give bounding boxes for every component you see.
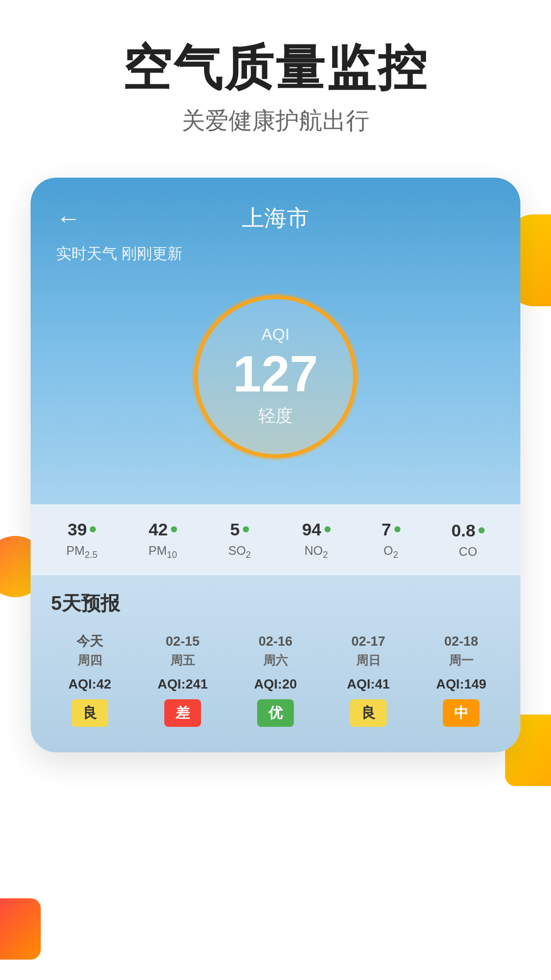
app-subtitle: 关爱健康护航出行 [31,105,520,137]
pollutant-no2-dot [324,526,331,532]
pollutant-so2-value: 5 [230,520,240,540]
forecast-badge-2: 优 [257,699,294,727]
pollutant-so2-dot [243,526,249,532]
forecast-date-1: 02-15周五 [166,632,200,669]
aqi-level: 轻度 [258,404,293,428]
pollutant-so2-name: SO2 [228,544,251,560]
pollutant-o2: 7 O2 [382,520,400,560]
header-section: 空气质量监控 关爱健康护航出行 [0,0,551,157]
aqi-label: AQI [261,325,289,344]
pollutant-pm10-name: PM10 [148,544,177,560]
forecast-grid: 今天周四 AQI:42 良 02-15周五 AQI:241 差 02-16周六 … [46,632,505,727]
pollutant-no2-name: NO2 [305,544,328,560]
pollutant-pm25-name: PM2.5 [66,544,97,560]
forecast-badge-0: 良 [71,699,108,727]
top-bar: ← 上海市 [31,178,520,238]
pollutant-co-name: CO [459,545,477,559]
pollutant-co-dot [479,527,485,533]
forecast-badge-4: 中 [443,699,480,727]
forecast-date-2: 02-16周六 [259,632,293,669]
forecast-aqi-4: AQI:149 [436,676,486,692]
forecast-date-4: 02-18周一 [444,632,479,669]
pollutant-so2: 5 SO2 [228,520,251,560]
pollutant-co-value: 0.8 [452,521,475,541]
forecast-badge-1: 差 [164,699,201,727]
forecast-aqi-3: AQI:41 [347,676,390,692]
forecast-date-3: 02-17周日 [352,632,386,669]
pollutant-pm25-value: 39 [68,520,87,540]
pollutant-co: 0.8 CO [452,521,485,559]
forecast-section: 5天预报 今天周四 AQI:42 良 02-15周五 AQI:241 差 02-… [31,575,520,752]
forecast-aqi-0: AQI:42 [68,676,111,692]
aqi-circle: AQI 127 轻度 [194,295,357,458]
pollutant-pm25: 39 PM2.5 [66,520,97,560]
pollutant-pm25-dot [90,526,96,532]
forecast-aqi-1: AQI:241 [158,676,208,692]
sky-section: ← 上海市 实时天气 刚刚更新 AQI 127 轻度 [31,178,520,504]
aqi-circle-container: AQI 127 轻度 [31,275,520,489]
pollutant-pm10-value: 42 [148,520,168,540]
city-name: 上海市 [242,203,309,233]
forecast-day-4: 02-18周一 AQI:149 中 [417,632,505,727]
pollutant-no2: 94 NO2 [302,520,331,560]
app-title: 空气质量监控 [31,41,520,95]
weather-info: 实时天气 刚刚更新 [31,238,520,275]
pollutant-o2-name: O2 [384,544,398,560]
pollutant-o2-dot [394,526,400,532]
pollutant-o2-value: 7 [382,520,391,540]
deco-rect-red-bottom-left [0,898,41,960]
forecast-day-2: 02-16周六 AQI:20 优 [232,632,319,727]
forecast-badge-3: 良 [350,699,387,727]
forecast-day-0: 今天周四 AQI:42 良 [46,632,134,727]
forecast-date-0: 今天周四 [77,632,103,669]
phone-card: ← 上海市 实时天气 刚刚更新 AQI 127 轻度 39 PM2.5 42 [31,178,520,753]
pollutants-bar: 39 PM2.5 42 PM10 5 SO2 94 NO2 [31,504,520,576]
pollutant-pm10-dot [171,526,177,532]
back-button[interactable]: ← [56,204,81,232]
forecast-day-1: 02-15周五 AQI:241 差 [139,632,227,727]
aqi-value: 127 [233,348,318,399]
forecast-day-3: 02-17周日 AQI:41 良 [324,632,412,727]
pollutant-no2-value: 94 [302,520,321,540]
forecast-aqi-2: AQI:20 [254,676,297,692]
forecast-title: 5天预报 [46,591,505,617]
pollutant-pm10: 42 PM10 [148,520,177,560]
